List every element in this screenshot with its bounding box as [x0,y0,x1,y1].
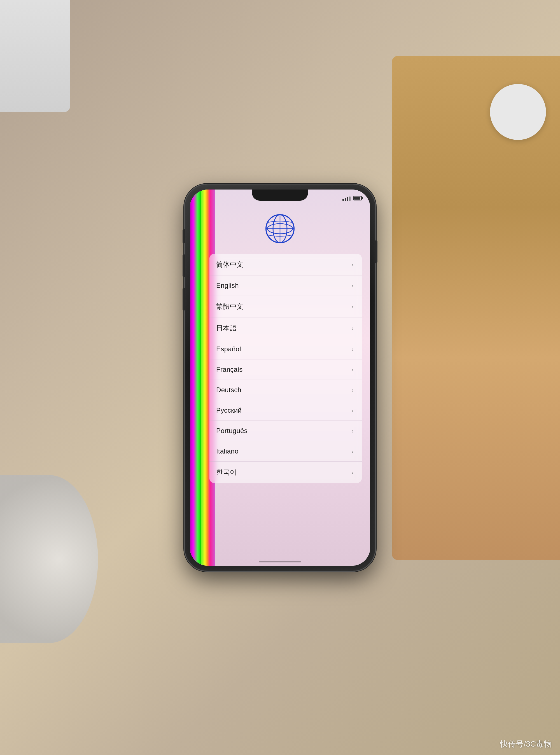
language-item-italian[interactable]: Italiano› [209,441,362,462]
language-item-german[interactable]: Deutsch› [209,380,362,400]
language-item-simplified-chinese[interactable]: 简体中文› [209,254,362,276]
language-name-english: English [216,282,239,289]
chevron-right-icon: › [352,283,355,288]
globe-icon [263,212,297,245]
chevron-right-icon: › [352,387,355,393]
chevron-right-icon: › [352,469,355,475]
chevron-right-icon: › [352,304,355,309]
chevron-right-icon: › [352,408,355,413]
watermark: 快传号/3C毒物 [500,739,552,749]
language-item-japanese[interactable]: 日本語› [209,318,362,339]
chevron-right-icon: › [352,367,355,372]
mute-switch [183,229,185,243]
signal-icon [342,196,351,201]
battery-icon [353,196,362,200]
language-item-portuguese[interactable]: Português› [209,421,362,441]
language-name-german: Deutsch [216,386,241,394]
signal-bar-2 [345,198,346,201]
globe-icon-container [263,212,297,247]
chevron-right-icon: › [352,428,355,434]
language-item-spanish[interactable]: Español› [209,339,362,360]
volume-up-button [183,254,185,277]
language-name-japanese: 日本語 [216,324,237,332]
language-name-korean: 한국어 [216,468,237,477]
language-item-korean[interactable]: 한국어› [209,462,362,483]
white-device-top [0,0,70,112]
phone-screen: 简体中文›English›繁體中文›日本語›Español›Français›D… [190,189,370,566]
power-button [375,241,377,263]
chevron-right-icon: › [352,346,355,352]
language-name-spanish: Español [216,345,241,353]
language-list-container: 简体中文›English›繁體中文›日本語›Español›Français›D… [209,254,362,483]
language-name-simplified-chinese: 简体中文 [216,260,243,269]
signal-bar-4 [349,197,351,201]
notch [252,189,308,201]
home-indicator [259,561,301,563]
signal-bar-3 [347,197,348,201]
chevron-right-icon: › [352,262,355,267]
phone-frame: 简体中文›English›繁體中文›日本語›Español›Français›D… [185,184,375,571]
language-item-russian[interactable]: Русский› [209,400,362,421]
language-name-russian: Русский [216,407,242,414]
language-name-traditional-chinese: 繁體中文 [216,302,243,311]
language-list: 简体中文›English›繁體中文›日本語›Español›Français›D… [209,254,362,552]
glitch-stripe-overlay [190,189,201,566]
language-name-italian: Italiano [216,447,239,455]
chevron-right-icon: › [352,325,355,331]
cable-coil [0,475,98,643]
language-name-portuguese: Português [216,427,247,435]
signal-bar-1 [342,199,344,201]
language-name-french: Français [216,366,242,373]
chevron-right-icon: › [352,448,355,454]
battery-fill [354,197,360,200]
volume-down-button [183,288,185,310]
language-item-traditional-chinese[interactable]: 繁體中文› [209,296,362,318]
language-item-english[interactable]: English› [209,276,362,296]
language-item-french[interactable]: Français› [209,360,362,380]
round-device [490,84,546,140]
